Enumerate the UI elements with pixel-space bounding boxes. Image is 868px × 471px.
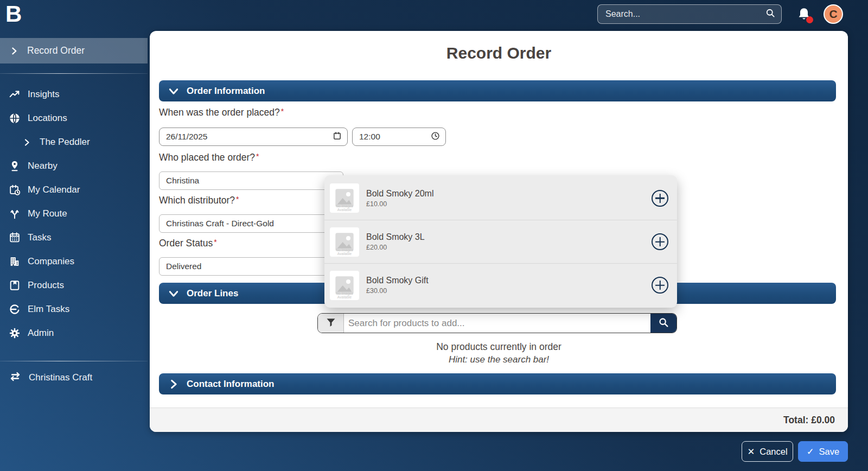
swap-arrows-icon: [9, 370, 22, 386]
sidebar-item-label: Nearby: [28, 161, 58, 171]
sidebar-item-locations[interactable]: Locations: [0, 106, 148, 130]
sidebar-item-label: Admin: [28, 328, 54, 339]
cancel-button[interactable]: ✕ Cancel: [742, 441, 793, 462]
sidebar-item-label: Products: [28, 280, 64, 291]
global-search[interactable]: [597, 4, 782, 24]
gear-icon: [9, 327, 21, 339]
product-result-row[interactable]: No Images Available Bold Smoky 3L £20.00: [324, 220, 677, 263]
sidebar-item-record-order[interactable]: Record Order: [0, 38, 148, 63]
product-search-button[interactable]: [650, 314, 676, 333]
empty-order-message: No products currently in order: [150, 341, 848, 353]
clock-icon[interactable]: [431, 131, 440, 143]
check-icon: ✓: [807, 447, 814, 457]
search-icon: [658, 316, 669, 330]
sidebar-item-tasks[interactable]: Tasks: [0, 226, 148, 250]
sidebar-item-admin[interactable]: Admin: [0, 321, 148, 345]
sidebar-item-christinas-craft[interactable]: Christinas Craft: [0, 366, 148, 390]
chevron-down-icon: [168, 86, 179, 97]
sidebar-item-label: Locations: [28, 113, 67, 124]
sidebar-item-label: My Route: [28, 208, 67, 219]
sidebar-item-label: The Peddler: [40, 137, 90, 148]
distributor-select[interactable]: Christinas Craft - Direct-Gold: [159, 214, 343, 233]
sidebar-item-label: Companies: [28, 256, 74, 267]
product-price: £20.00: [366, 244, 652, 251]
global-search-input[interactable]: [605, 9, 765, 19]
calendar-icon[interactable]: [333, 131, 342, 143]
chevron-right-icon: [10, 47, 18, 55]
filter-button[interactable]: [318, 314, 344, 333]
page-title: Record Order: [150, 44, 848, 62]
sidebar-divider: [0, 361, 148, 361]
product-image-placeholder: No Images Available: [330, 227, 359, 257]
section-title: Order Lines: [187, 288, 238, 299]
sidebar-item-my-calendar[interactable]: My Calendar: [0, 178, 148, 202]
notification-badge: [806, 16, 813, 23]
topbar: B C: [0, 0, 868, 31]
required-marker: *: [281, 107, 284, 116]
sidebar-item-nearby[interactable]: Nearby: [0, 154, 148, 178]
close-icon: ✕: [747, 447, 755, 457]
sidebar-item-insights[interactable]: Insights: [0, 82, 148, 106]
product-search-bar: [317, 313, 677, 333]
product-results-dropdown: No Images Available Bold Smoky 20ml £10.…: [324, 175, 677, 308]
form-actions: ✕ Cancel ✓ Save: [0, 432, 868, 471]
chevron-right-icon: [21, 136, 33, 148]
date-input[interactable]: 26/11/2025: [159, 128, 348, 146]
sidebar-item-my-route[interactable]: My Route: [0, 202, 148, 226]
sidebar-item-label: Record Order: [27, 45, 85, 56]
section-title: Order Information: [187, 86, 265, 97]
notifications-button[interactable]: [796, 6, 814, 26]
add-product-button[interactable]: [652, 233, 668, 250]
route-icon: [9, 208, 21, 220]
sidebar-divider: [0, 73, 148, 74]
who-select[interactable]: Christina: [159, 171, 343, 190]
product-name: Bold Smoky Gift: [366, 276, 652, 285]
product-result-row[interactable]: No Images Available Bold Smoky Gift £30.…: [324, 263, 677, 307]
product-info: Bold Smoky Gift £30.00: [366, 276, 652, 295]
required-marker: *: [214, 238, 216, 246]
status-label: Order Status*: [159, 238, 217, 249]
product-result-row[interactable]: No Images Available Bold Smoky 20ml £10.…: [324, 176, 677, 220]
product-name: Bold Smoky 20ml: [366, 189, 652, 199]
order-total: Total: £0.00: [783, 415, 835, 426]
sidebar-item-label: My Calendar: [28, 184, 80, 195]
status-select[interactable]: Delivered: [159, 257, 343, 276]
product-name: Bold Smoky 3L: [366, 232, 652, 242]
product-price: £10.00: [366, 200, 652, 208]
empty-order-hint: Hint: use the search bar!: [150, 354, 848, 365]
product-info: Bold Smoky 3L £20.00: [366, 232, 652, 251]
filter-icon: [326, 317, 336, 330]
section-order-information[interactable]: Order Information: [159, 80, 836, 101]
product-image-placeholder: No Images Available: [330, 183, 359, 213]
add-product-button[interactable]: [652, 190, 668, 207]
time-input[interactable]: 12:00: [352, 128, 446, 146]
no-image-caption: No Images Available: [330, 291, 359, 299]
product-price: £30.00: [366, 287, 652, 295]
sidebar-nav: Insights Locations The Peddler: [0, 82, 148, 345]
date-label: When was the order placed?*: [159, 107, 284, 118]
app-logo[interactable]: B: [5, 1, 21, 27]
no-image-caption: No Images Available: [330, 248, 359, 256]
calendar-icon: [9, 232, 21, 244]
product-search-input[interactable]: [344, 314, 650, 333]
avatar[interactable]: C: [824, 4, 843, 24]
calendar-clock-icon: [9, 184, 21, 196]
product-info: Bold Smoky 20ml £10.00: [366, 189, 652, 208]
sidebar-item-label: Insights: [28, 89, 60, 100]
section-contact-information[interactable]: Contact Information: [159, 373, 836, 394]
record-order-panel: Record Order Order Information When was …: [150, 31, 848, 432]
product-image-placeholder: No Images Available: [330, 271, 359, 300]
sidebar-item-elm-tasks[interactable]: Elm Tasks: [0, 297, 148, 321]
map-pin-icon: [9, 160, 21, 172]
search-icon: [765, 8, 776, 21]
save-button[interactable]: ✓ Save: [798, 441, 848, 462]
sidebar-item-products[interactable]: Products: [0, 273, 148, 297]
add-product-button[interactable]: [652, 277, 668, 294]
chevron-down-icon: [168, 288, 179, 299]
sidebar-item-the-peddler[interactable]: The Peddler: [0, 130, 148, 154]
sidebar-item-companies[interactable]: Companies: [0, 250, 148, 273]
order-total-bar: Total: £0.00: [150, 408, 848, 432]
globe-icon: [9, 112, 21, 124]
sidebar-item-label: Elm Tasks: [28, 304, 69, 315]
book-bookmark-icon: [9, 279, 21, 291]
